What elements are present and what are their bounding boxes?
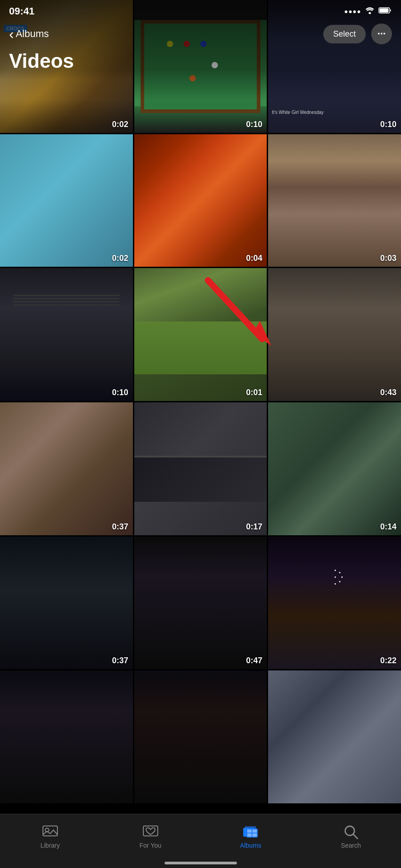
home-indicator [165,862,237,864]
tab-albums-label: Albums [240,842,261,849]
video-cell-8[interactable]: 0:01 [134,268,267,401]
svg-rect-14 [253,833,257,836]
select-button[interactable]: Select [323,25,366,43]
duration-badge-3: 0:10 [380,120,396,129]
duration-badge-8: 0:01 [246,388,262,397]
duration-badge-15: 0:22 [380,656,396,665]
search-icon [342,825,360,839]
duration-badge-12: 0:14 [380,522,396,532]
video-cell-10[interactable]: 0:37 [0,402,133,535]
video-cell-11[interactable]: 0:17 [134,402,267,535]
duration-badge-4: 0:02 [112,254,128,263]
video-cell-17[interactable] [134,670,267,803]
video-cell-5[interactable]: 0:04 [134,134,267,267]
tab-for-you[interactable]: For You [100,825,201,849]
tab-bar: Library For You Albums [0,814,401,868]
video-cell-4[interactable]: 0:02 [0,134,133,267]
photo-grid: CROCS 0:02 0:10 It's White Girl Wedn [0,0,401,803]
video-cell-15[interactable]: 0:22 [268,537,401,670]
duration-badge-14: 0:47 [246,656,262,665]
duration-badge-1: 0:02 [112,120,128,129]
duration-badge-5: 0:04 [246,254,262,263]
photo-grid-container[interactable]: CROCS 0:02 0:10 It's White Girl Wedn [0,0,401,823]
video-cell-16[interactable] [0,670,133,803]
tab-albums[interactable]: Albums [201,825,301,849]
video-cell-14[interactable]: 0:47 [134,537,267,670]
library-icon [41,825,59,839]
duration-badge-11: 0:17 [246,522,262,532]
tab-library-label: Library [40,842,60,849]
video-cell-9[interactable]: 0:43 [268,268,401,401]
duration-badge-13: 0:37 [112,656,128,665]
back-arrow-icon: ‹ [9,26,14,42]
video-cell-12[interactable]: 0:14 [268,402,401,535]
video-cell-7[interactable]: 0:10 [0,268,133,401]
video-cell-13[interactable]: 0:37 [0,537,133,670]
albums-icon [241,825,259,839]
video-cell-18[interactable] [268,670,401,803]
video-cell-6[interactable]: 0:03 [268,134,401,267]
svg-rect-12 [253,829,257,832]
tab-search[interactable]: Search [301,825,401,849]
duration-badge-9: 0:43 [380,388,396,397]
tab-library[interactable]: Library [0,825,100,849]
svg-rect-13 [247,833,252,836]
svg-rect-11 [247,829,252,832]
back-button[interactable]: ‹ Albums [9,26,49,42]
duration-badge-7: 0:10 [112,388,128,397]
duration-badge-10: 0:37 [112,522,128,532]
tab-search-label: Search [341,842,361,849]
page-title: Videos [9,50,392,72]
tab-for-you-label: For You [139,842,161,849]
for-you-icon [142,825,160,839]
duration-badge-6: 0:03 [380,254,396,263]
more-button[interactable]: ··· [371,24,392,44]
svg-line-16 [354,834,358,838]
back-label: Albums [16,28,49,40]
duration-badge-2: 0:10 [246,120,262,129]
